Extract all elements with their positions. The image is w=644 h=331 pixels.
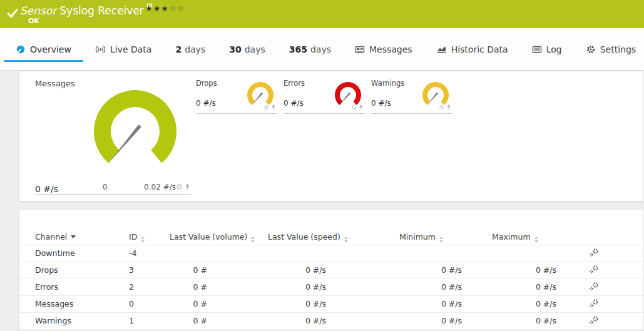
cell-id: -4 xyxy=(129,248,136,258)
gauge-needle xyxy=(340,93,351,105)
tab-number: 2 xyxy=(175,44,181,54)
table-row-errors: Errors 2 0 # 0 #/s 0 #/s 0 #/s xyxy=(19,279,643,296)
gauge-title: Errors xyxy=(284,79,305,88)
status-ok-check-icon xyxy=(7,8,18,21)
channel-table-panel: Channel ID Last Value (volume) Last Valu… xyxy=(19,210,644,331)
tab-overview[interactable]: Overview xyxy=(4,28,83,70)
tab-label: Overview xyxy=(30,44,71,54)
gear-icon[interactable] xyxy=(351,101,357,113)
column-header-last-value-volume[interactable]: Last Value (volume) xyxy=(170,232,255,243)
tab-label: Messages xyxy=(369,44,412,54)
cell-id: 0 xyxy=(129,299,134,308)
cell-id: 3 xyxy=(129,265,134,275)
cell-channel: Errors xyxy=(35,282,58,292)
stars-filled: ★★★ xyxy=(145,4,169,13)
tab-number: 365 xyxy=(289,44,307,54)
gauge-title: Messages xyxy=(35,79,75,88)
pin-icon[interactable] xyxy=(446,101,451,113)
column-header-channel[interactable]: Channel xyxy=(35,232,76,242)
table-row-messages: Messages 0 0 # 0 #/s 0 #/s 0 #/s xyxy=(19,296,643,313)
tab-settings[interactable]: Settings xyxy=(574,28,644,70)
tab-2-days[interactable]: 2 days xyxy=(163,28,217,70)
tab-label: days xyxy=(185,44,205,54)
tab-log[interactable]: Log xyxy=(520,28,574,70)
gauge-title: Warnings xyxy=(371,79,404,88)
tab-label: Log xyxy=(546,44,562,54)
cell-channel: Warnings xyxy=(35,316,71,325)
messages-icon xyxy=(355,44,365,54)
sort-icon xyxy=(439,237,443,243)
area-chart-icon xyxy=(436,44,447,54)
tab-historic-data[interactable]: Historic Data xyxy=(424,28,520,70)
tab-label: Settings xyxy=(600,44,636,54)
sensor-status-text: OK xyxy=(28,17,39,25)
gauge-needle xyxy=(427,93,439,105)
active-tab-underline xyxy=(4,60,83,62)
channel-settings-gears-icon[interactable] xyxy=(578,315,610,327)
tab-365-days[interactable]: 365 days xyxy=(277,28,343,70)
channel-settings-gears-icon[interactable] xyxy=(578,248,610,259)
tab-30-days[interactable]: 30 days xyxy=(217,28,277,70)
sensor-name: Syslog Receiver xyxy=(59,4,144,17)
cell-minimum: 0 #/s xyxy=(381,299,462,308)
cell-channel: Messages xyxy=(35,299,73,308)
gauge-messages: Messages 0 0.02 #/s 0 #/s xyxy=(35,79,192,195)
stars-empty: ☆☆ xyxy=(169,4,185,13)
priority-star-rating[interactable]: ★★★☆☆ xyxy=(145,4,185,13)
column-header-id[interactable]: ID xyxy=(129,232,145,243)
cell-minimum: 0 #/s xyxy=(381,282,462,292)
channel-settings-gears-icon[interactable] xyxy=(578,298,610,310)
sort-icon xyxy=(344,237,348,243)
gear-icon[interactable] xyxy=(176,181,183,193)
pin-icon[interactable] xyxy=(359,101,364,113)
cell-minimum: 0 #/s xyxy=(381,316,462,325)
table-row-drops: Drops 3 0 # 0 #/s 0 #/s 0 #/s xyxy=(19,262,643,279)
pin-icon[interactable] xyxy=(185,181,190,193)
gauge-min-label: 0 xyxy=(103,183,108,191)
tab-label: Historic Data xyxy=(451,44,508,54)
cell-id: 1 xyxy=(129,316,134,325)
column-header-last-value-speed[interactable]: Last Value (speed) xyxy=(268,232,348,243)
pin-icon[interactable] xyxy=(271,101,276,113)
sort-descending-icon xyxy=(71,235,76,238)
gauge-drops: Drops 0 #/s xyxy=(196,79,277,110)
table-body: Downtime -4 Drops 3 0 # 0 #/s 0 #/s 0 #/… xyxy=(19,245,643,330)
table-header-row: Channel ID Last Value (volume) Last Valu… xyxy=(19,229,643,245)
gauge-title: Drops xyxy=(196,79,217,88)
cell-channel: Downtime xyxy=(35,248,75,258)
log-icon xyxy=(532,44,542,54)
cell-minimum: 0 #/s xyxy=(381,265,462,275)
table-row-downtime: Downtime -4 xyxy=(19,245,643,262)
tab-label: days xyxy=(310,44,331,54)
cell-last-value-volume: 0 # xyxy=(145,316,207,325)
tab-label: days xyxy=(245,44,265,54)
tab-messages[interactable]: Messages xyxy=(343,28,424,70)
cell-maximum: 0 #/s xyxy=(475,299,556,308)
tab-live-data[interactable]: Live Data xyxy=(83,28,163,70)
column-header-maximum[interactable]: Maximum xyxy=(492,232,538,243)
sort-icon xyxy=(534,237,538,243)
gear-icon[interactable] xyxy=(263,101,269,113)
tab-label: Live Data xyxy=(110,44,151,54)
cell-last-value-speed: 0 #/s xyxy=(245,282,326,292)
cell-id: 2 xyxy=(129,282,134,292)
channel-settings-gears-icon[interactable] xyxy=(578,282,610,293)
cell-maximum: 0 #/s xyxy=(475,265,556,275)
table-row-warnings: Warnings 1 0 # 0 #/s 0 #/s 0 #/s xyxy=(19,313,643,330)
cell-last-value-volume: 0 # xyxy=(145,282,207,292)
cell-last-value-speed: 0 #/s xyxy=(245,265,326,275)
gear-icon[interactable] xyxy=(439,101,444,113)
cell-last-value-volume: 0 # xyxy=(145,265,207,275)
sensor-tab-bar: Overview Live Data 2 days 30 days 365 da… xyxy=(0,28,644,71)
gauge-needle xyxy=(252,93,263,105)
cell-last-value-speed: 0 #/s xyxy=(245,316,326,325)
gauge-current-value: 0 #/s xyxy=(196,99,216,108)
cell-last-value-speed: 0 #/s xyxy=(245,299,326,308)
divider xyxy=(196,113,277,114)
sensor-header-bar: SensorSyslog Receiver ★★★☆☆ OK xyxy=(0,0,644,28)
gauge-current-value: 0 #/s xyxy=(371,99,391,108)
gauge-current-value: 0 #/s xyxy=(284,99,304,108)
column-header-minimum[interactable]: Minimum xyxy=(399,232,443,243)
gauge-icon xyxy=(16,44,26,54)
channel-settings-gears-icon[interactable] xyxy=(578,265,610,276)
